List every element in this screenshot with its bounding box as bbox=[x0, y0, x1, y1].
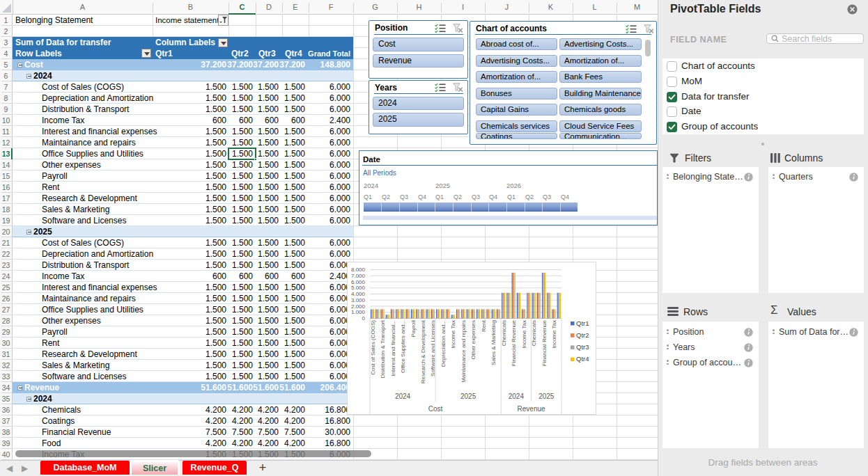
svg-text:2025: 2025 bbox=[460, 392, 476, 400]
svg-text:4.000: 4.000 bbox=[351, 291, 366, 297]
svg-text:Interest and financial...: Interest and financial... bbox=[390, 320, 396, 376]
svg-text:Qtr1: Qtr1 bbox=[576, 319, 589, 327]
svg-text:0: 0 bbox=[362, 315, 366, 322]
svg-text:2.000: 2.000 bbox=[351, 303, 366, 310]
svg-text:Chemicals: Chemicals bbox=[501, 320, 507, 346]
svg-text:2024: 2024 bbox=[509, 392, 525, 400]
svg-text:Payroll: Payroll bbox=[410, 320, 417, 338]
svg-text:Qtr4: Qtr4 bbox=[576, 355, 589, 363]
svg-text:3.000: 3.000 bbox=[351, 297, 366, 303]
svg-text:1.000: 1.000 bbox=[351, 309, 366, 315]
svg-text:Research & Development: Research & Development bbox=[420, 319, 426, 383]
svg-text:Maintainance and repairs: Maintainance and repairs bbox=[460, 320, 467, 383]
svg-text:Office Supplies and...: Office Supplies and... bbox=[400, 320, 406, 373]
svg-text:Distribution & Transport: Distribution & Transport bbox=[380, 319, 386, 378]
svg-text:5.000: 5.000 bbox=[351, 285, 366, 291]
svg-text:Income Tax: Income Tax bbox=[521, 320, 527, 349]
svg-text:Revenue: Revenue bbox=[518, 405, 545, 413]
svg-text:7.000: 7.000 bbox=[351, 273, 366, 279]
svg-text:Qtr2: Qtr2 bbox=[576, 331, 589, 339]
svg-text:6.000: 6.000 bbox=[351, 279, 366, 285]
svg-text:Chemicals: Chemicals bbox=[531, 320, 537, 346]
svg-text:Cost of Sales (COGS): Cost of Sales (COGS) bbox=[370, 320, 376, 375]
svg-text:Financial Revenue: Financial Revenue bbox=[511, 319, 517, 366]
svg-text:Financial Revenue: Financial Revenue bbox=[541, 319, 548, 366]
svg-text:Income Tax: Income Tax bbox=[450, 320, 456, 349]
svg-text:Sales & Marketing: Sales & Marketing bbox=[490, 320, 497, 365]
svg-text:Other expenses: Other expenses bbox=[470, 320, 476, 359]
svg-text:Cost: Cost bbox=[428, 405, 443, 413]
svg-text:Qtr3: Qtr3 bbox=[576, 343, 589, 351]
svg-text:Rent: Rent bbox=[481, 319, 487, 332]
svg-text:2025: 2025 bbox=[538, 392, 555, 400]
svg-text:Depreciation and...: Depreciation and... bbox=[440, 320, 447, 367]
svg-text:Income Tax: Income Tax bbox=[551, 320, 557, 349]
svg-text:2024: 2024 bbox=[395, 392, 411, 400]
svg-text:8.000: 8.000 bbox=[351, 267, 366, 273]
